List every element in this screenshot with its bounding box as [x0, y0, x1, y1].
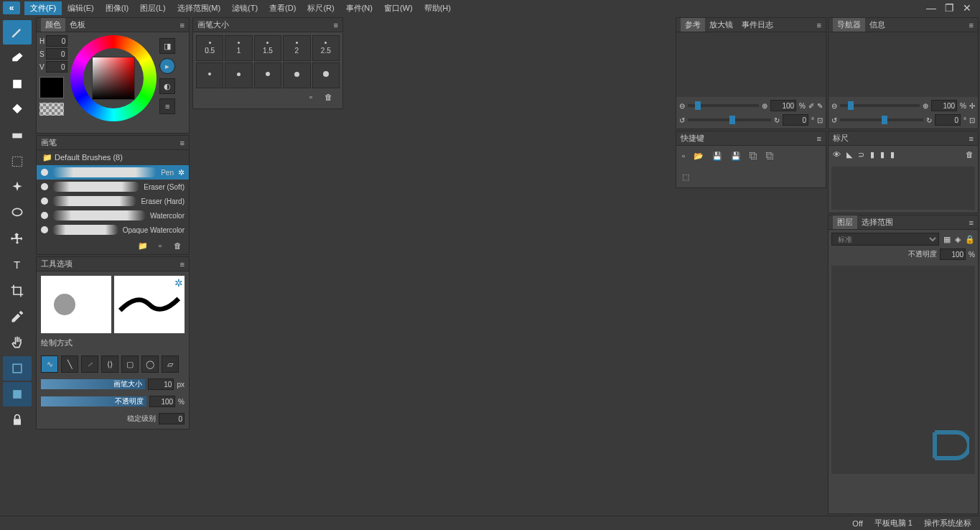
new-file-icon[interactable]: ▫	[682, 152, 685, 161]
brush-item-opaque-watercolor[interactable]: Opaque Watercolor	[37, 223, 189, 237]
lock-icon[interactable]: 🔒	[965, 235, 975, 244]
rotate-ccw-icon[interactable]: ↺	[831, 116, 837, 124]
h-input[interactable]	[46, 35, 67, 47]
mode-polygon[interactable]: ▱	[162, 355, 179, 373]
rotate-ccw-icon[interactable]: ↺	[679, 116, 685, 124]
size-cell[interactable]	[283, 62, 310, 88]
layer-opacity-input[interactable]	[940, 248, 966, 260]
folder-icon[interactable]: 📁	[137, 240, 149, 251]
menu-file[interactable]: 文件(F)	[24, 1, 62, 15]
trash-icon[interactable]: 🗑	[966, 150, 974, 159]
trash-icon[interactable]: 🗑	[322, 91, 334, 103]
bucket-tool[interactable]	[3, 98, 32, 122]
s-input[interactable]	[46, 48, 67, 60]
crop-tool[interactable]	[3, 279, 32, 303]
color-tab[interactable]: 颜色	[41, 18, 65, 32]
lasso-tool[interactable]	[3, 201, 32, 226]
panel-menu-icon[interactable]: ≡	[180, 21, 185, 29]
brush-item-eraser-soft[interactable]: Eraser (Soft)	[37, 180, 189, 194]
layer-fx-icon[interactable]: ▦	[943, 235, 951, 244]
zoom-out-icon[interactable]: ⊖	[679, 102, 685, 110]
mode-polyline[interactable]: ⟨⟩	[101, 355, 118, 373]
eyedropper2-icon[interactable]: ✎	[817, 102, 823, 110]
marquee-tool[interactable]	[3, 149, 32, 174]
panel-menu-icon[interactable]: ≡	[969, 218, 974, 227]
angle-slider[interactable]	[840, 118, 923, 121]
color-mode-btn[interactable]: ◨	[159, 38, 175, 54]
selection-tab[interactable]: 选择范围	[857, 215, 897, 229]
text-tool[interactable]: T	[3, 253, 32, 277]
new-icon[interactable]: ▫	[305, 91, 317, 103]
reference-tab[interactable]: 参考	[681, 18, 705, 32]
transform-icon[interactable]: ⬚	[682, 172, 689, 182]
gradient-tool[interactable]	[3, 124, 32, 148]
mode-rect[interactable]: ▢	[121, 355, 139, 373]
menu-image[interactable]: 图像(I)	[100, 1, 134, 15]
zoom-out-icon[interactable]: ⊖	[831, 102, 837, 110]
color-wheel[interactable]	[70, 35, 157, 121]
new-icon[interactable]: ▫	[154, 240, 166, 251]
panel-menu-icon[interactable]: ≡	[334, 21, 338, 29]
size-cell[interactable]: 2.5	[312, 35, 340, 61]
magnet-icon[interactable]: ⊃	[858, 150, 864, 159]
size-cell[interactable]	[196, 62, 223, 88]
mode-freehand[interactable]: ∿	[41, 355, 58, 373]
mode-curve[interactable]: ⟋	[81, 355, 98, 373]
brush-item-eraser-hard[interactable]: Eraser (Hard)	[37, 194, 189, 208]
rotate-cw-icon[interactable]: ↻	[774, 116, 780, 124]
menu-window[interactable]: 窗口(W)	[378, 1, 419, 15]
gear-icon[interactable]: ✲	[178, 168, 185, 177]
trash-icon[interactable]: 🗑	[172, 240, 183, 251]
eyedropper-icon[interactable]: ✐	[808, 102, 814, 110]
swatch-tab[interactable]: 色板	[65, 18, 90, 32]
eraser-tool[interactable]	[3, 46, 32, 70]
panel-menu-icon[interactable]: ≡	[180, 139, 185, 147]
open-icon[interactable]: 📂	[694, 152, 704, 161]
panel-menu-icon[interactable]: ≡	[817, 21, 821, 29]
size-cell[interactable]: 0.5	[196, 35, 223, 61]
lock-tool[interactable]	[3, 408, 32, 432]
menu-layer[interactable]: 图层(L)	[134, 1, 171, 15]
panel-menu-icon[interactable]: ≡	[969, 134, 974, 143]
move-tool[interactable]	[3, 227, 32, 251]
size-cell[interactable]: 1.5	[254, 35, 281, 61]
flip-v-icon[interactable]: ▮	[880, 150, 885, 159]
brush-item-pen[interactable]: Pen✲	[37, 165, 189, 180]
menu-filter[interactable]: 滤镜(T)	[226, 1, 263, 15]
zoom-slider[interactable]	[688, 104, 759, 107]
panel-menu-icon[interactable]: ≡	[180, 260, 185, 269]
menu-ruler[interactable]: 标尺(R)	[302, 1, 340, 15]
save-icon[interactable]: 💾	[712, 152, 722, 161]
menu-edit[interactable]: 编辑(E)	[62, 1, 100, 15]
layer-mask-icon[interactable]: ◈	[955, 235, 961, 244]
zoom-input[interactable]	[931, 100, 957, 111]
size-cell[interactable]	[312, 62, 340, 88]
angle-slider[interactable]	[688, 118, 771, 121]
brush-size-slider[interactable]: 画笔大小	[41, 379, 145, 389]
zoom-in-icon[interactable]: ⊕	[923, 102, 928, 110]
opacity-input[interactable]	[149, 396, 175, 407]
view-tool-a[interactable]	[3, 356, 32, 381]
maximize-icon[interactable]: ❐	[945, 2, 954, 14]
rotate-cw-icon[interactable]: ↻	[926, 116, 932, 124]
zoom-input[interactable]	[770, 100, 796, 111]
v-input[interactable]	[46, 61, 67, 73]
eventlog-tab[interactable]: 事件日志	[737, 18, 778, 32]
brush-size-input[interactable]	[148, 378, 174, 390]
layers-tab[interactable]: 图层	[833, 215, 857, 229]
saveas-icon[interactable]: 💾	[731, 152, 741, 161]
brush-tool[interactable]	[3, 20, 32, 45]
angle-input[interactable]	[935, 114, 961, 126]
size-cell[interactable]: 2	[283, 35, 310, 61]
view-tool-b[interactable]	[3, 382, 32, 406]
menu-event[interactable]: 事件(N)	[340, 1, 378, 15]
opacity-slider[interactable]: 不透明度	[41, 396, 146, 406]
size-cell[interactable]	[254, 62, 281, 88]
navigator-tab[interactable]: 导航器	[833, 18, 865, 32]
magnifier-tab[interactable]: 放大镜	[705, 18, 737, 32]
foreground-color[interactable]	[39, 77, 64, 98]
shape-tool[interactable]	[3, 72, 32, 96]
flip-h-icon[interactable]: ▮	[870, 150, 874, 159]
triangle-icon[interactable]: ◣	[846, 150, 852, 159]
stability-input[interactable]	[159, 413, 185, 424]
